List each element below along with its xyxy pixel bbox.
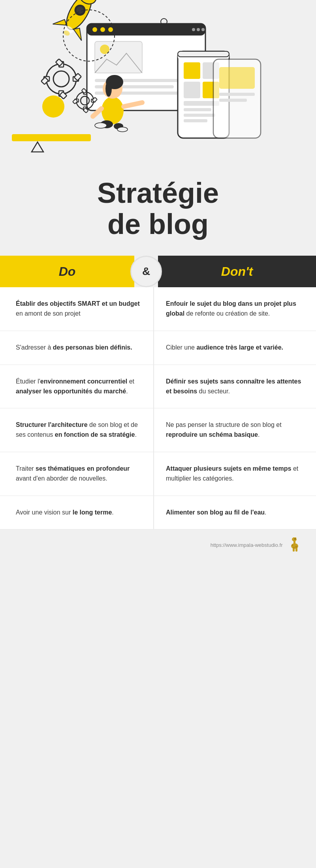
do-text-0: Établir des objectifs SMART et un budget… — [16, 299, 141, 319]
dont-box: Don't — [158, 256, 316, 287]
do-box: Do — [0, 256, 134, 287]
svg-point-82 — [293, 547, 295, 548]
do-text-2: Étudier l'environnement concurrentiel et… — [16, 377, 141, 397]
svg-rect-25 — [184, 119, 207, 122]
svg-rect-17 — [178, 51, 229, 57]
dont-cell-2: Définir ses sujets sans connaître les at… — [154, 365, 316, 408]
do-cell-4: Traiter ses thématiques en profondeur av… — [0, 452, 154, 496]
svg-rect-1 — [12, 134, 91, 141]
hero-illustration — [0, 0, 316, 166]
do-cell-5: Avoir une vision sur le long terme. — [0, 496, 154, 529]
svg-rect-77 — [293, 537, 294, 539]
content-row: Étudier l'environnement concurrentiel et… — [0, 365, 316, 409]
svg-point-65 — [105, 81, 112, 97]
do-text-1: S'adresser à des personas bien définis. — [16, 343, 141, 353]
content-row: Traiter ses thématiques en profondeur av… — [0, 452, 316, 496]
do-text-4: Traiter ses thématiques en profondeur av… — [16, 464, 141, 484]
svg-point-9 — [192, 28, 195, 31]
svg-point-79 — [295, 539, 295, 539]
dont-cell-0: Enfouir le sujet du blog dans un projet … — [154, 287, 316, 331]
svg-point-6 — [108, 27, 113, 32]
svg-point-71 — [117, 127, 128, 132]
hero-section — [0, 0, 316, 166]
dont-label: Don't — [221, 264, 253, 279]
dont-text-3: Ne pas penser la structure de son blog e… — [166, 420, 304, 440]
ampersand-circle: & — [130, 256, 162, 287]
dont-cell-3: Ne pas penser la structure de son blog e… — [154, 408, 316, 452]
svg-rect-28 — [219, 93, 255, 96]
do-cell-2: Étudier l'environnement concurrentiel et… — [0, 365, 154, 408]
dont-text-4: Attaquer plusieurs sujets en même temps … — [166, 464, 304, 484]
content-row: S'adresser à des personas bien définis.C… — [0, 331, 316, 365]
svg-rect-23 — [184, 108, 211, 111]
content-row: Avoir une vision sur le long terme.Alime… — [0, 496, 316, 530]
do-cell-3: Structurer l'architecture de son blog et… — [0, 408, 154, 452]
svg-rect-18 — [184, 62, 200, 79]
dont-text-2: Définir ses sujets sans connaître les at… — [166, 377, 304, 397]
dont-cell-5: Alimenter son blog au fil de l'eau. — [154, 496, 316, 529]
title-section: Stratégie de blog — [0, 166, 316, 256]
svg-rect-29 — [219, 99, 247, 102]
svg-point-50 — [42, 95, 64, 118]
svg-point-70 — [95, 123, 107, 128]
dont-cell-1: Cibler une audience très large et variée… — [154, 331, 316, 365]
svg-point-5 — [100, 27, 105, 32]
svg-point-62 — [102, 97, 124, 124]
do-dont-header: Do & Don't — [0, 256, 316, 287]
content-area: Établir des objectifs SMART et un budget… — [0, 287, 316, 529]
ampersand-text: & — [142, 265, 150, 278]
content-row: Établir des objectifs SMART et un budget… — [0, 287, 316, 331]
svg-point-10 — [197, 28, 200, 31]
dont-text-0: Enfouir le sujet du blog dans un projet … — [166, 299, 304, 319]
do-text-5: Avoir une vision sur le long terme. — [16, 508, 141, 518]
do-cell-1: S'adresser à des personas bien définis. — [0, 331, 154, 365]
do-text-3: Structurer l'architecture de son blog et… — [16, 420, 141, 440]
content-row: Structurer l'architecture de son blog et… — [0, 408, 316, 452]
footer-url: https://www.impala-webstudio.fr — [211, 542, 283, 548]
do-label: Do — [59, 264, 76, 279]
svg-point-11 — [201, 28, 205, 31]
svg-point-4 — [92, 27, 97, 32]
dont-text-5: Alimenter son blog au fil de l'eau. — [166, 508, 304, 518]
svg-point-80 — [292, 544, 293, 546]
footer: https://www.impala-webstudio.fr — [0, 529, 316, 561]
svg-rect-27 — [219, 67, 255, 89]
dont-cell-4: Attaquer plusieurs sujets en même temps … — [154, 452, 316, 496]
svg-rect-24 — [184, 114, 215, 117]
do-cell-0: Établir des objectifs SMART et un budget… — [0, 287, 154, 331]
svg-point-81 — [295, 546, 297, 548]
giraffe-icon — [288, 537, 300, 553]
svg-rect-20 — [184, 82, 200, 98]
main-title: Stratégie de blog — [16, 178, 300, 240]
dont-text-1: Cibler une audience très large et variée… — [166, 343, 304, 353]
